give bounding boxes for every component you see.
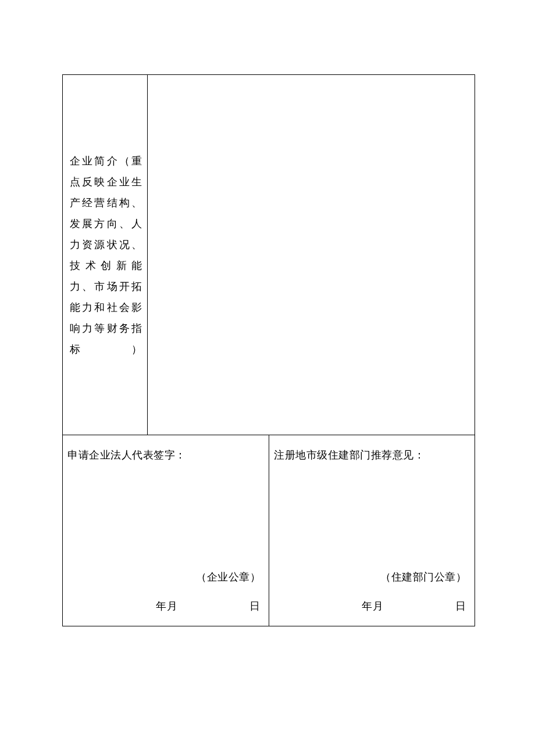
signature-right-cell: 注册地市级住建部门推荐意见： （住建部门公章） 年月 日 [269,435,475,626]
right-seal-label: （住建部门公章） [380,570,466,584]
intro-label-cell: 企业简介（重点反映企业生产经营结构、发展方向、人力资源状况、技术创新能力、市场开… [63,75,148,435]
left-seal-label: （企业公章） [196,570,261,584]
intro-content-cell [148,75,475,435]
right-date-ym: 年月 [362,599,384,613]
intro-row: 企业简介（重点反映企业生产经营结构、发展方向、人力资源状况、技术创新能力、市场开… [63,75,475,435]
signatures-row: 申请企业法人代表签字： （企业公章） 年月 日 注册地市级住建部门推荐意见： （… [63,435,475,626]
left-signature-title: 申请企业法人代表签字： [67,448,186,462]
signature-left-cell: 申请企业法人代表签字： （企业公章） 年月 日 [63,435,269,626]
form-table: 企业简介（重点反映企业生产经营结构、发展方向、人力资源状况、技术创新能力、市场开… [62,74,475,626]
right-signature-title: 注册地市级住建部门推荐意见： [274,448,425,462]
intro-label-text: 企业简介（重点反映企业生产经营结构、发展方向、人力资源状况、技术创新能力、市场开… [70,151,142,360]
left-date-line: 年月 日 [156,599,261,613]
right-date-d: 日 [455,599,466,613]
left-date-ym: 年月 [156,599,178,613]
left-date-d: 日 [249,599,261,613]
right-date-line: 年月 日 [362,599,466,613]
